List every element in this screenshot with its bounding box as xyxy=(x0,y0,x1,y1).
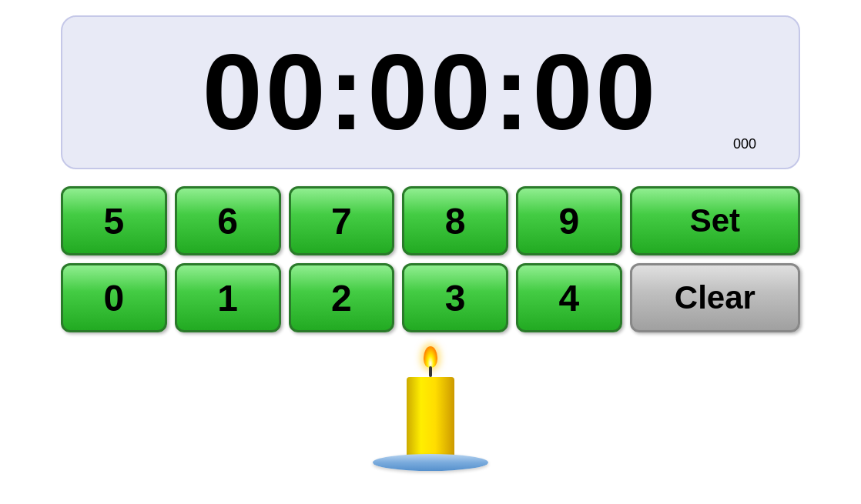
clear-button[interactable]: Clear xyxy=(630,263,800,332)
button-2[interactable]: 2 xyxy=(289,263,395,332)
keypad-row-2: 0 1 2 3 4 Clear xyxy=(61,263,800,332)
keypad: 5 6 7 8 9 Set 0 1 2 3 4 Clear xyxy=(61,186,800,332)
timer-time: 00:00:00 xyxy=(203,38,658,146)
button-4[interactable]: 4 xyxy=(516,263,622,332)
candle-body xyxy=(407,377,454,462)
set-button[interactable]: Set xyxy=(630,186,800,255)
candle-flame xyxy=(424,346,437,368)
candle-wick xyxy=(429,366,432,377)
button-0[interactable]: 0 xyxy=(61,263,167,332)
button-5[interactable]: 5 xyxy=(61,186,167,255)
button-3[interactable]: 3 xyxy=(402,263,508,332)
candle-illustration xyxy=(369,355,492,471)
timer-milliseconds: 000 xyxy=(733,136,756,152)
button-8[interactable]: 8 xyxy=(402,186,508,255)
button-9[interactable]: 9 xyxy=(516,186,622,255)
timer-display: 00:00:00 000 xyxy=(61,15,800,169)
keypad-row-1: 5 6 7 8 9 Set xyxy=(61,186,800,255)
button-1[interactable]: 1 xyxy=(175,263,281,332)
button-6[interactable]: 6 xyxy=(175,186,281,255)
button-7[interactable]: 7 xyxy=(289,186,395,255)
candle-plate xyxy=(373,454,488,471)
